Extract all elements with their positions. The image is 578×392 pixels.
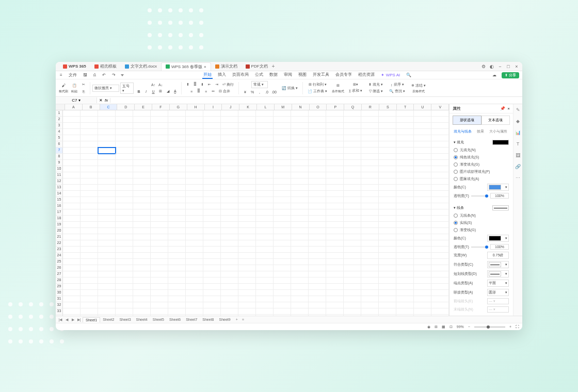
cell[interactable] (116, 240, 133, 247)
cell[interactable] (81, 302, 98, 308)
panel-main-tab[interactable]: 文本选项 (481, 116, 510, 125)
cell[interactable] (274, 284, 291, 290)
cell[interactable] (291, 191, 309, 197)
cell[interactable] (151, 222, 168, 228)
cell[interactable] (221, 197, 238, 203)
paste-icon[interactable]: 📋 (71, 83, 77, 89)
cell[interactable] (133, 308, 151, 315)
cell[interactable] (116, 271, 133, 277)
cell[interactable] (396, 197, 414, 203)
close-window-button[interactable]: × (514, 64, 519, 69)
align-bottom-icon[interactable]: ⬇ (199, 81, 205, 88)
cell[interactable] (81, 247, 98, 253)
cell[interactable] (326, 129, 344, 135)
convert-button[interactable]: 🔄转换▾ (280, 85, 299, 91)
cell[interactable] (344, 216, 361, 222)
cell[interactable] (133, 228, 151, 234)
cell[interactable] (309, 191, 326, 197)
cell[interactable] (133, 178, 151, 185)
fill-swatch[interactable] (492, 140, 509, 145)
cell[interactable] (203, 191, 221, 197)
column-header[interactable]: D (117, 104, 135, 110)
cell[interactable] (414, 315, 431, 316)
cell[interactable] (361, 265, 379, 271)
cell[interactable] (326, 259, 344, 265)
cell[interactable] (396, 185, 414, 191)
cell[interactable] (151, 197, 168, 203)
cell[interactable] (151, 253, 168, 259)
cell[interactable] (221, 123, 238, 129)
cell[interactable] (379, 203, 396, 209)
cell[interactable] (361, 315, 379, 316)
cell[interactable] (116, 172, 133, 178)
italic-icon[interactable]: I (143, 88, 149, 94)
cell[interactable] (274, 277, 291, 284)
column-header[interactable]: N (292, 104, 310, 110)
cell[interactable] (168, 308, 186, 315)
row-header[interactable]: 28 (56, 277, 63, 284)
name-box[interactable]: C7 ▾ (56, 97, 97, 103)
cell[interactable] (81, 277, 98, 284)
cell[interactable] (133, 296, 151, 302)
cell[interactable] (186, 315, 203, 316)
cell[interactable] (291, 178, 309, 185)
cell[interactable] (274, 148, 291, 154)
cell[interactable] (274, 222, 291, 228)
document-tab[interactable]: WPS 365 春季版 × (161, 62, 211, 71)
cell[interactable] (133, 191, 151, 197)
cell[interactable] (151, 117, 168, 123)
cell[interactable] (309, 284, 326, 290)
cell[interactable] (361, 240, 379, 247)
cell[interactable] (361, 259, 379, 265)
file-menu[interactable]: 文件 (68, 72, 78, 78)
cell[interactable] (186, 129, 203, 135)
cell[interactable] (221, 284, 238, 290)
cell[interactable] (291, 234, 309, 240)
cell[interactable] (291, 197, 309, 203)
cell[interactable] (203, 123, 221, 129)
fx-icon[interactable]: fx (105, 98, 108, 103)
cell[interactable] (221, 216, 238, 222)
cell[interactable] (81, 203, 98, 209)
cell[interactable] (309, 315, 326, 316)
cell[interactable] (291, 265, 309, 271)
cell[interactable] (98, 178, 116, 185)
cell[interactable] (221, 135, 238, 141)
cell[interactable] (186, 166, 203, 172)
cell[interactable] (63, 135, 81, 141)
cell[interactable] (414, 141, 431, 148)
row-header[interactable]: 24 (56, 253, 63, 259)
cell[interactable] (168, 191, 186, 197)
cell[interactable] (361, 253, 379, 259)
column-header[interactable]: K (239, 104, 257, 110)
cell[interactable] (98, 154, 116, 160)
cell[interactable] (361, 123, 379, 129)
cell[interactable] (98, 110, 116, 117)
zoom-out-button[interactable]: − (468, 325, 470, 329)
cell[interactable] (186, 234, 203, 240)
cell[interactable] (186, 284, 203, 290)
cell[interactable] (274, 234, 291, 240)
cell[interactable] (116, 308, 133, 315)
cell[interactable] (256, 296, 274, 302)
row-header[interactable]: 33 (56, 308, 63, 315)
cell[interactable] (431, 135, 449, 141)
cell[interactable] (379, 141, 396, 148)
cell[interactable] (344, 135, 361, 141)
cell[interactable] (414, 160, 431, 166)
cell[interactable] (274, 191, 291, 197)
cell[interactable] (431, 228, 449, 234)
cell[interactable] (414, 123, 431, 129)
cell[interactable] (379, 240, 396, 247)
fullscreen-icon[interactable]: ⛶ (516, 325, 519, 329)
menu-item[interactable]: 开发工具 (312, 71, 330, 79)
cell[interactable] (63, 284, 81, 290)
cell[interactable] (379, 296, 396, 302)
cell[interactable] (151, 110, 168, 117)
cell[interactable] (344, 265, 361, 271)
cell[interactable] (361, 110, 379, 117)
fill-option-radio[interactable]: 纯色填充(S) (454, 154, 509, 161)
cell[interactable] (203, 240, 221, 247)
cell[interactable] (379, 284, 396, 290)
cell[interactable] (168, 178, 186, 185)
